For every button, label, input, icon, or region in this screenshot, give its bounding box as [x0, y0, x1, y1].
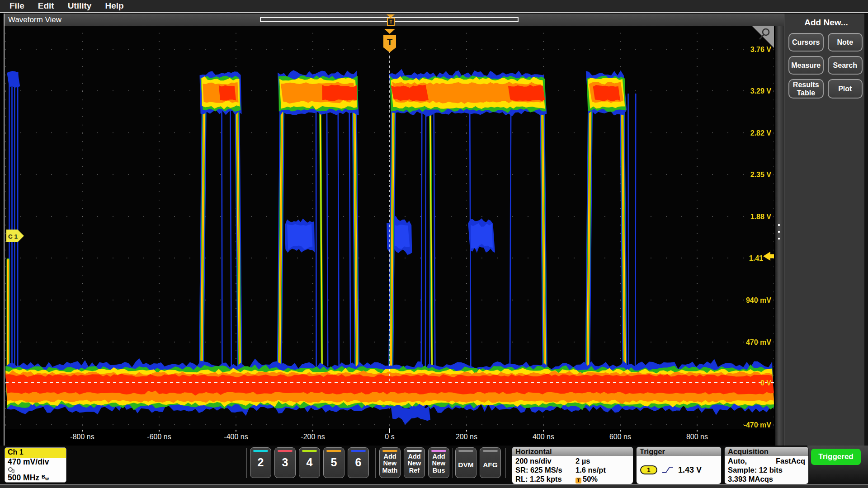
sample-rate: SR: 625 MS/s [515, 465, 562, 474]
channel-1-badge[interactable]: Ch 1 470 mV/div 500 MHz BW [5, 447, 66, 483]
channel-5-button[interactable]: 5 [323, 447, 344, 478]
channel-2-color-strip [253, 450, 268, 452]
sample-interval: 1.6 ns/pt [576, 465, 606, 474]
acquisition-panel-title: Acquisition [725, 447, 808, 456]
channel-1-bandwidth: 500 MHz BW [5, 473, 66, 483]
channel-4-button[interactable]: 4 [299, 447, 320, 478]
menu-utility[interactable]: Utility [68, 1, 92, 11]
record-length: RL: 1.25 kpts [515, 474, 562, 483]
time-tick-label: 800 ns [677, 433, 717, 441]
dvm-color-strip [458, 450, 473, 452]
add-new-bus-button[interactable]: Add New Bus [428, 447, 449, 478]
svg-text:3.76 V: 3.76 V [750, 46, 772, 53]
menu-help[interactable]: Help [105, 1, 123, 11]
zoom-corner-icon[interactable] [752, 26, 774, 48]
menu-file[interactable]: File [9, 1, 24, 11]
channel-1-label: Ch 1 [5, 448, 66, 458]
channel-1-scale: 470 mV/div [5, 458, 66, 466]
results-table-button[interactable]: Results Table [788, 79, 824, 99]
rising-edge-icon [662, 465, 674, 474]
add-new-sidebar: Add New... Cursors Note Measure Search R… [784, 14, 868, 446]
trigger-position-percent: T50% [576, 474, 598, 483]
trigger-position-flag[interactable]: T [383, 29, 396, 52]
svg-text:0 V: 0 V [760, 379, 771, 387]
time-tick-label: -800 ns [62, 433, 103, 441]
svg-text:1.41: 1.41 [749, 254, 763, 262]
svg-text:3.29 V: 3.29 V [750, 87, 772, 95]
time-tick-label: 400 ns [523, 433, 564, 441]
cursors-button[interactable]: Cursors [788, 33, 824, 52]
trigger-level: 1.43 V [678, 465, 702, 475]
svg-text:470 mV: 470 mV [746, 338, 771, 346]
channel-4-color-strip [302, 450, 317, 452]
channel-3-button[interactable]: 3 [274, 447, 296, 478]
plot-button[interactable]: Plot [828, 79, 863, 99]
trigger-panel-title: Trigger [637, 447, 721, 456]
time-tick-label: -600 ns [139, 433, 179, 441]
afg-button[interactable]: AFG [480, 447, 501, 478]
waveform-plot[interactable]: T3.76 V3.29 V2.82 V2.35 V1.88 V1.41940 m… [5, 26, 774, 429]
add-new-math-button[interactable]: Add New Math [379, 447, 401, 478]
splitter-grip-icon[interactable] [778, 224, 780, 239]
dvm-button[interactable]: DVM [455, 447, 476, 478]
afg-color-strip [483, 450, 498, 452]
measure-button[interactable]: Measure [788, 56, 824, 75]
svg-text:940 mV: 940 mV [746, 296, 771, 304]
channel-5-color-strip [326, 450, 341, 452]
horizontal-panel[interactable]: Horizontal 200 ns/div 2 µs SR: 625 MS/s … [512, 447, 633, 484]
math-color-strip [382, 450, 397, 452]
acquisition-sample: Sample: 12 bits [725, 465, 808, 474]
trigger-t-icon: T [576, 478, 581, 483]
add-new-title: Add New... [784, 18, 868, 28]
svg-text:C 1: C 1 [8, 233, 18, 240]
svg-text:2.82 V: 2.82 V [750, 129, 772, 137]
acquisition-count: 3.393 MAcqs [725, 474, 808, 483]
acquisition-panel[interactable]: Acquisition Auto, FastAcq Sample: 12 bit… [725, 447, 808, 484]
waveform-view-header: Waveform View T [5, 14, 784, 26]
horizontal-panel-title: Horizontal [512, 447, 633, 456]
note-button[interactable]: Note [828, 33, 863, 52]
waveform-view-panel: Waveform View T T3.76 V3.29 V2.82 V2.35 … [4, 14, 784, 446]
horizontal-window: 2 µs [576, 456, 590, 465]
bus-color-strip [431, 450, 446, 452]
panel-splitter[interactable] [775, 26, 784, 446]
svg-text:T: T [387, 37, 392, 47]
fastacq-label: FastAcq [776, 456, 805, 465]
trigger-level-arrow[interactable] [763, 252, 774, 261]
channel-6-color-strip [351, 450, 366, 452]
trigger-position-badge[interactable]: T [387, 18, 395, 26]
settings-bar: Ch 1 470 mV/div 500 MHz BW 2 3 4 5 6 [0, 446, 868, 484]
time-tick-label: -400 ns [216, 433, 256, 441]
time-tick-label: 200 ns [446, 433, 487, 441]
svg-text:1.88 V: 1.88 V [750, 213, 772, 221]
trigger-panel[interactable]: Trigger 1 1.43 V [637, 447, 721, 484]
acquisition-mode: Auto, [728, 456, 747, 465]
add-new-ref-button[interactable]: Add New Ref [404, 447, 425, 478]
search-button[interactable]: Search [828, 56, 863, 75]
time-axis: -800 ns-600 ns-400 ns-200 ns0 s200 ns400… [5, 429, 774, 445]
channel-2-button[interactable]: 2 [250, 447, 271, 478]
ref-color-strip [407, 450, 422, 452]
time-tick-label: 0 s [369, 433, 410, 441]
trigger-status-badge: Triggered [811, 449, 861, 465]
channel-1-ref-marker[interactable]: C 1 [6, 230, 24, 242]
screen-bottom-edge [0, 484, 868, 488]
menu-bar: File Edit Utility Help [0, 0, 868, 13]
menu-edit[interactable]: Edit [38, 1, 54, 11]
channel-6-button[interactable]: 6 [348, 447, 369, 478]
view-title: Waveform View [8, 15, 61, 24]
time-tick-label: 600 ns [600, 433, 641, 441]
horizontal-scale: 200 ns/div [515, 456, 552, 465]
time-tick-label: -200 ns [292, 433, 333, 441]
svg-text:-470 mV: -470 mV [744, 421, 772, 429]
trigger-source-badge: 1 [640, 465, 657, 474]
svg-text:2.35 V: 2.35 V [750, 171, 772, 178]
channel-3-color-strip [278, 450, 292, 452]
probe-icon [8, 467, 15, 473]
